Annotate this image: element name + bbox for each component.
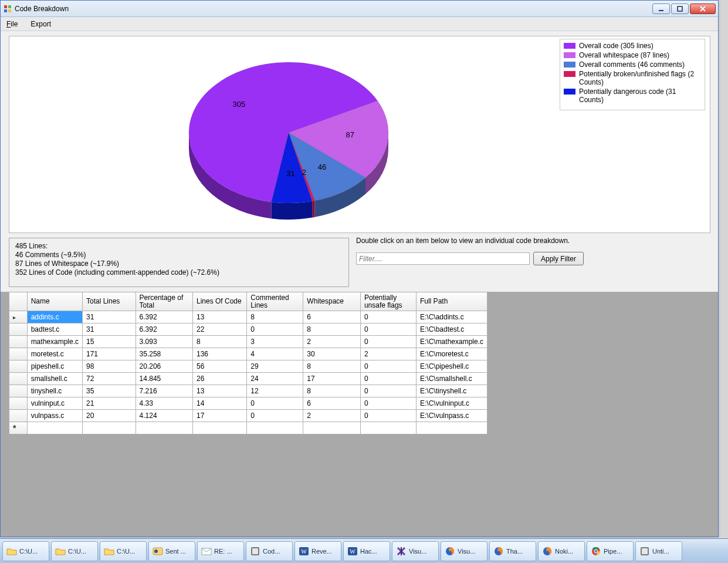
column-header-lines-of-code[interactable]: Lines Of Code <box>192 292 246 311</box>
filter-input[interactable] <box>356 252 530 265</box>
cell-path[interactable]: E:\C\moretest.c <box>416 348 487 360</box>
cell-path[interactable]: E:\C\tinyshell.c <box>416 385 487 397</box>
cell-commented[interactable]: 24 <box>247 373 303 385</box>
cell-ws[interactable]: 8 <box>303 323 361 336</box>
taskbar-item[interactable]: C:\U... <box>100 541 147 561</box>
table-row[interactable]: tinyshell.c357.216131280E:\C\tinyshell.c <box>9 385 487 397</box>
cell-loc[interactable]: 13 <box>192 385 246 397</box>
cell-empty[interactable] <box>27 422 82 434</box>
row-header[interactable] <box>9 410 28 422</box>
cell-total[interactable]: 31 <box>83 323 136 336</box>
cell-path[interactable]: E:\C\vulnpass.c <box>416 410 487 422</box>
cell-flags[interactable]: 0 <box>360 311 416 323</box>
cell-ws[interactable]: 8 <box>303 385 361 397</box>
row-header[interactable] <box>9 385 28 397</box>
table-row-new[interactable] <box>9 422 487 434</box>
taskbar-item[interactable]: Pipe... <box>587 541 634 561</box>
cell-name[interactable]: vulnpass.c <box>27 410 82 422</box>
row-header[interactable] <box>9 311 28 323</box>
cell-ws[interactable]: 6 <box>303 397 361 410</box>
column-header-full-path[interactable]: Full Path <box>416 292 487 311</box>
cell-name[interactable]: addints.c <box>27 311 82 323</box>
row-header-new[interactable] <box>9 422 28 434</box>
taskbar-item[interactable]: WHac... <box>343 541 390 561</box>
row-header[interactable] <box>9 323 28 336</box>
cell-empty[interactable] <box>83 422 136 434</box>
cell-ws[interactable]: 2 <box>303 336 361 348</box>
row-header[interactable] <box>9 348 28 360</box>
cell-loc[interactable]: 26 <box>192 373 246 385</box>
cell-name[interactable]: vulninput.c <box>27 397 82 410</box>
cell-loc[interactable]: 8 <box>192 336 246 348</box>
cell-pct[interactable]: 4.124 <box>136 410 192 422</box>
cell-pct[interactable]: 6.392 <box>136 323 192 336</box>
cell-ws[interactable]: 2 <box>303 410 361 422</box>
cell-name[interactable]: tinyshell.c <box>27 385 82 397</box>
column-header-name[interactable]: Name <box>27 292 82 311</box>
cell-total[interactable]: 31 <box>83 311 136 323</box>
row-header[interactable] <box>9 360 28 373</box>
cell-total[interactable]: 20 <box>83 410 136 422</box>
cell-path[interactable]: E:\C\mathexample.c <box>416 336 487 348</box>
table-row[interactable]: badtest.c316.39222080E:\C\badtest.c <box>9 323 487 336</box>
cell-empty[interactable] <box>416 422 487 434</box>
taskbar-item[interactable]: Tha... <box>489 541 536 561</box>
cell-ws[interactable]: 6 <box>303 311 361 323</box>
cell-loc[interactable]: 136 <box>192 348 246 360</box>
cell-flags[interactable]: 0 <box>360 397 416 410</box>
column-header-commented[interactable]: Commented Lines <box>247 292 303 311</box>
column-header-total-lines[interactable]: Total Lines <box>83 292 136 311</box>
table-row[interactable]: vulninput.c214.3314060E:\C\vulninput.c <box>9 397 487 410</box>
taskbar-item[interactable]: Noki... <box>538 541 585 561</box>
column-header-whitespace[interactable]: Whitespace <box>303 292 361 311</box>
cell-loc[interactable]: 14 <box>192 397 246 410</box>
cell-name[interactable]: moretest.c <box>27 348 82 360</box>
cell-ws[interactable]: 30 <box>303 348 361 360</box>
row-header[interactable] <box>9 373 28 385</box>
taskbar-item[interactable]: C:\U... <box>2 541 49 561</box>
cell-pct[interactable]: 14.845 <box>136 373 192 385</box>
taskbar-item[interactable]: C:\U... <box>51 541 98 561</box>
cell-name[interactable]: badtest.c <box>27 323 82 336</box>
cell-flags[interactable]: 0 <box>360 410 416 422</box>
cell-ws[interactable]: 17 <box>303 373 361 385</box>
taskbar-item[interactable]: WReve... <box>294 541 341 561</box>
cell-total[interactable]: 98 <box>83 360 136 373</box>
cell-name[interactable]: smallshell.c <box>27 373 82 385</box>
cell-path[interactable]: E:\C\pipeshell.c <box>416 360 487 373</box>
taskbar-item[interactable]: RE: ... <box>197 541 244 561</box>
cell-total[interactable]: 15 <box>83 336 136 348</box>
cell-total[interactable]: 72 <box>83 373 136 385</box>
table-row[interactable]: mathexample.c153.0938320E:\C\mathexample… <box>9 336 487 348</box>
data-grid[interactable]: Name Total Lines Percentage of Total Lin… <box>9 292 487 434</box>
cell-commented[interactable]: 0 <box>247 323 303 336</box>
cell-pct[interactable]: 7.216 <box>136 385 192 397</box>
cell-path[interactable]: E:\C\addints.c <box>416 311 487 323</box>
minimize-button[interactable] <box>652 4 670 14</box>
taskbar-item[interactable]: Unti... <box>635 541 682 561</box>
column-header-percentage[interactable]: Percentage of Total <box>136 292 192 311</box>
cell-flags[interactable]: 0 <box>360 336 416 348</box>
table-row[interactable]: addints.c316.39213860E:\C\addints.c <box>9 311 487 323</box>
cell-total[interactable]: 171 <box>83 348 136 360</box>
taskbar-item[interactable]: Visu... <box>441 541 487 561</box>
cell-path[interactable]: E:\C\smallshell.c <box>416 373 487 385</box>
cell-flags[interactable]: 0 <box>360 360 416 373</box>
menu-file[interactable]: File <box>4 19 20 29</box>
cell-name[interactable]: pipeshell.c <box>27 360 82 373</box>
taskbar-item[interactable]: Cod... <box>246 541 293 561</box>
cell-commented[interactable]: 4 <box>247 348 303 360</box>
close-button[interactable] <box>690 4 716 14</box>
row-header[interactable] <box>9 397 28 410</box>
cell-commented[interactable]: 3 <box>247 336 303 348</box>
apply-filter-button[interactable]: Apply Filter <box>533 252 584 265</box>
cell-loc[interactable]: 13 <box>192 311 246 323</box>
cell-pct[interactable]: 6.392 <box>136 311 192 323</box>
cell-commented[interactable]: 0 <box>247 410 303 422</box>
table-row[interactable]: smallshell.c7214.8452624170E:\C\smallshe… <box>9 373 487 385</box>
cell-flags[interactable]: 0 <box>360 323 416 336</box>
cell-name[interactable]: mathexample.c <box>27 336 82 348</box>
cell-loc[interactable]: 17 <box>192 410 246 422</box>
row-header[interactable] <box>9 336 28 348</box>
cell-flags[interactable]: 2 <box>360 348 416 360</box>
